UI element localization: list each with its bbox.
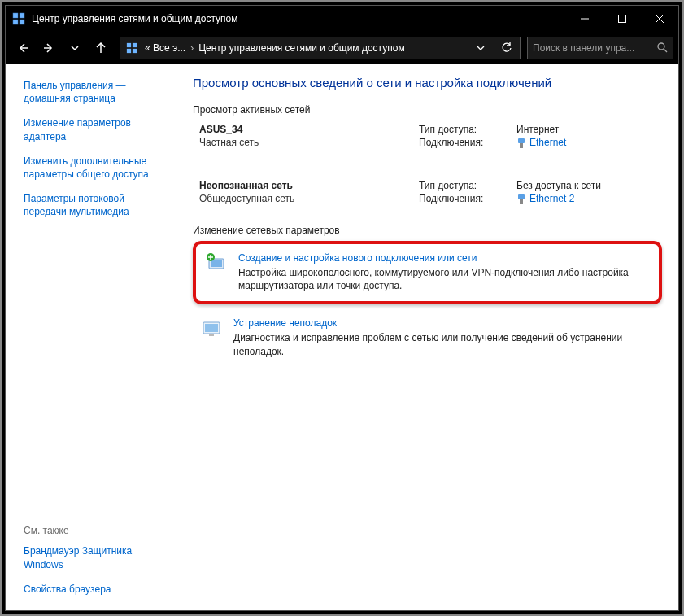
svg-rect-19 bbox=[518, 194, 525, 199]
active-networks-group: Просмотр активных сетей ASUS_34 Частная … bbox=[193, 104, 662, 210]
close-button[interactable] bbox=[641, 6, 678, 32]
svg-rect-5 bbox=[619, 15, 626, 23]
window-title: Центр управления сетями и общим доступом bbox=[32, 13, 566, 24]
sidebar-link-firewall[interactable]: Брандмауэр Защитника Windows bbox=[24, 544, 159, 570]
recent-dropdown[interactable] bbox=[63, 36, 87, 60]
conn-link[interactable]: Ethernet 2 bbox=[516, 193, 574, 204]
address-dropdown[interactable] bbox=[468, 37, 494, 59]
access-label: Тип доступа: bbox=[419, 180, 516, 191]
page-title: Просмотр основных сведений о сети и наст… bbox=[193, 76, 662, 90]
see-also-label: См. также bbox=[24, 525, 159, 536]
refresh-button[interactable] bbox=[494, 37, 520, 59]
new-connection-icon bbox=[206, 252, 229, 275]
svg-rect-3 bbox=[20, 20, 24, 24]
task-new-connection[interactable]: Создание и настройка нового подключения … bbox=[193, 241, 662, 305]
active-networks-label: Просмотр активных сетей bbox=[193, 104, 316, 116]
sidebar-link-media[interactable]: Параметры потоковой передачи мультимедиа bbox=[24, 192, 159, 218]
sidebar-link-home[interactable]: Панель управления — домашняя страница bbox=[24, 79, 159, 105]
task-title[interactable]: Создание и настройка нового подключения … bbox=[238, 252, 649, 264]
content: Панель управления — домашняя страница Из… bbox=[6, 64, 678, 610]
task-desc: Настройка широкополосного, коммутируемог… bbox=[238, 266, 649, 294]
svg-rect-22 bbox=[211, 260, 222, 267]
search-placeholder: Поиск в панели упра... bbox=[533, 42, 656, 54]
svg-rect-11 bbox=[127, 43, 131, 47]
conn-label: Подключения: bbox=[419, 193, 516, 205]
svg-rect-27 bbox=[205, 324, 218, 332]
network-name: Неопознанная сеть bbox=[199, 180, 419, 191]
svg-point-15 bbox=[658, 43, 664, 50]
back-button[interactable] bbox=[11, 36, 35, 60]
address-separator-icon: › bbox=[187, 42, 197, 54]
app-icon bbox=[12, 12, 25, 25]
address-segment-2[interactable]: Центр управления сетями и общим доступом bbox=[197, 42, 407, 54]
svg-rect-12 bbox=[133, 43, 137, 47]
search-icon bbox=[656, 42, 668, 55]
network-type: Общедоступная сеть bbox=[199, 193, 419, 204]
svg-rect-18 bbox=[520, 143, 523, 148]
access-value: Интернет bbox=[516, 124, 559, 135]
sidebar-link-browser[interactable]: Свойства браузера bbox=[24, 583, 159, 596]
svg-rect-28 bbox=[209, 334, 214, 336]
search-input[interactable]: Поиск в панели упра... bbox=[527, 37, 673, 59]
up-button[interactable] bbox=[89, 36, 113, 60]
address-icon bbox=[125, 42, 138, 55]
network-name: ASUS_34 bbox=[199, 124, 419, 135]
network-row: Неопознанная сеть Общедоступная сеть Тип… bbox=[193, 172, 662, 210]
svg-rect-13 bbox=[127, 49, 131, 53]
sidebar-link-sharing[interactable]: Изменить дополнительные параметры общего… bbox=[24, 155, 159, 181]
forward-button[interactable] bbox=[37, 36, 61, 60]
network-row: ASUS_34 Частная сеть Тип доступа: Интерн… bbox=[193, 116, 662, 154]
svg-rect-17 bbox=[518, 138, 525, 143]
svg-rect-0 bbox=[13, 13, 18, 18]
network-type: Частная сеть bbox=[199, 137, 419, 148]
svg-line-16 bbox=[664, 49, 667, 52]
navbar: « Все э... › Центр управления сетями и о… bbox=[6, 32, 678, 64]
minimize-button[interactable] bbox=[566, 6, 603, 32]
troubleshoot-icon bbox=[201, 317, 224, 340]
change-settings-label: Изменение сетевых параметров bbox=[193, 225, 346, 236]
svg-rect-14 bbox=[133, 49, 137, 53]
svg-rect-1 bbox=[20, 13, 24, 18]
svg-rect-20 bbox=[520, 199, 523, 204]
task-desc: Диагностика и исправление проблем с сеть… bbox=[233, 331, 654, 359]
ethernet-icon bbox=[516, 194, 526, 205]
access-value: Без доступа к сети bbox=[516, 180, 601, 191]
task-troubleshoot[interactable]: Устранение неполадок Диагностика и испра… bbox=[193, 311, 662, 365]
window: Центр управления сетями и общим доступом bbox=[5, 5, 679, 611]
access-label: Тип доступа: bbox=[419, 124, 516, 135]
sidebar: Панель управления — домашняя страница Из… bbox=[6, 64, 168, 610]
task-title[interactable]: Устранение неполадок bbox=[233, 317, 654, 329]
address-bar[interactable]: « Все э... › Центр управления сетями и о… bbox=[120, 37, 521, 59]
conn-link[interactable]: Ethernet bbox=[516, 137, 566, 148]
main: Просмотр основных сведений о сети и наст… bbox=[168, 64, 678, 610]
titlebar: Центр управления сетями и общим доступом bbox=[6, 6, 678, 32]
address-segment-1[interactable]: « Все э... bbox=[143, 42, 187, 54]
maximize-button[interactable] bbox=[603, 6, 641, 32]
sidebar-link-adapter[interactable]: Изменение параметров адаптера bbox=[24, 116, 159, 142]
svg-rect-2 bbox=[13, 20, 18, 24]
ethernet-icon bbox=[516, 138, 526, 149]
conn-label: Подключения: bbox=[419, 137, 516, 149]
change-settings-group: Изменение сетевых параметров bbox=[193, 225, 662, 365]
